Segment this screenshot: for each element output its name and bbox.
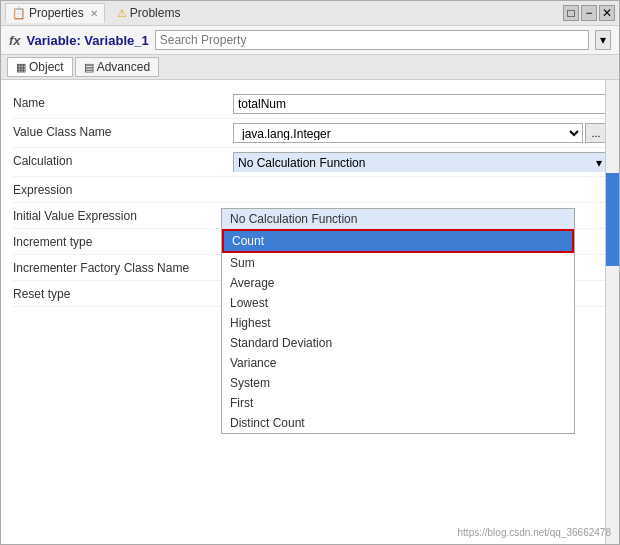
calculation-dropdown-menu: No Calculation Function Count Sum Averag… [221,208,575,434]
label-calculation: Calculation [13,152,233,168]
search-input[interactable] [155,30,589,50]
properties-icon: 📋 [12,7,26,20]
restore-button[interactable]: □ [563,5,579,21]
tab-advanced[interactable]: ▤ Advanced [75,57,159,77]
name-input[interactable] [233,94,607,114]
scrollbar-thumb[interactable] [606,173,619,266]
restore-icon: □ [567,6,574,20]
dropdown-item-no-calc[interactable]: No Calculation Function [222,209,574,229]
dropdown-item-sum[interactable]: Sum [222,253,574,273]
label-name: Name [13,94,233,110]
content-area: Name Value Class Name java.lang.Integer … [1,80,619,544]
advanced-tab-icon: ▤ [84,61,94,74]
search-area [155,30,589,50]
close-icon: ✕ [602,6,612,20]
calculation-dropdown-trigger[interactable]: No Calculation Function ▾ [233,152,607,172]
control-value-class: java.lang.Integer ... [233,123,607,143]
label-incrementer-factory: Incrementer Factory Class Name [13,259,233,275]
dropdown-item-lowest[interactable]: Lowest [222,293,574,313]
tab-problems-label: Problems [130,6,181,20]
main-window: 📋 Properties ✕ ⚠ Problems □ − ✕ fx Varia… [0,0,620,545]
tab-properties-label: Properties [29,6,84,20]
label-initial-value: Initial Value Expression [13,207,233,223]
row-value-class: Value Class Name java.lang.Integer ... [13,119,607,148]
vertical-scrollbar[interactable] [605,80,619,544]
select-browse-row: java.lang.Integer ... [233,123,607,143]
variable-title: Variable: Variable_1 [27,33,149,48]
title-bar-controls: □ − ✕ [563,5,615,21]
value-class-select[interactable]: java.lang.Integer [233,123,583,143]
close-tab-icon[interactable]: ✕ [90,8,98,19]
label-expression: Expression [13,181,233,197]
close-button[interactable]: ✕ [599,5,615,21]
title-bar-left: 📋 Properties ✕ ⚠ Problems [5,3,559,23]
dropdown-item-average[interactable]: Average [222,273,574,293]
calculation-value: No Calculation Function [238,156,365,170]
tab-advanced-label: Advanced [97,60,150,74]
fx-label: fx [9,33,21,48]
fx-bar: fx Variable: Variable_1 ▾ [1,26,619,55]
browse-button[interactable]: ... [585,123,607,143]
dropdown-item-distinct-count[interactable]: Distinct Count [222,413,574,433]
label-increment-type: Increment type [13,233,233,249]
dropdown-arrow-icon: ▾ [596,156,602,170]
dropdown-item-first[interactable]: First [222,393,574,413]
object-tab-icon: ▦ [16,61,26,74]
watermark: https://blog.csdn.net/qq_36662478 [458,527,611,538]
minimize-button[interactable]: − [581,5,597,21]
dropdown-item-highest[interactable]: Highest [222,313,574,333]
title-bar: 📋 Properties ✕ ⚠ Problems □ − ✕ [1,1,619,26]
search-dropdown-arrow[interactable]: ▾ [595,30,611,50]
tab-problems[interactable]: ⚠ Problems [111,4,187,22]
row-name: Name [13,90,607,119]
control-calculation: No Calculation Function ▾ [233,152,607,172]
dropdown-item-count[interactable]: Count [222,229,574,253]
tab-properties[interactable]: 📋 Properties ✕ [5,3,105,23]
dropdown-item-std-dev[interactable]: Standard Deviation [222,333,574,353]
minimize-icon: − [585,6,592,20]
label-reset-type: Reset type [13,285,233,301]
object-tabs: ▦ Object ▤ Advanced [1,55,619,80]
control-name [233,94,607,114]
label-value-class: Value Class Name [13,123,233,139]
tab-object[interactable]: ▦ Object [7,57,73,77]
dropdown-item-system[interactable]: System [222,373,574,393]
row-expression: Expression [13,177,607,203]
tab-object-label: Object [29,60,64,74]
dropdown-item-variance[interactable]: Variance [222,353,574,373]
row-calculation: Calculation No Calculation Function ▾ [13,148,607,177]
problems-icon: ⚠ [117,7,127,20]
